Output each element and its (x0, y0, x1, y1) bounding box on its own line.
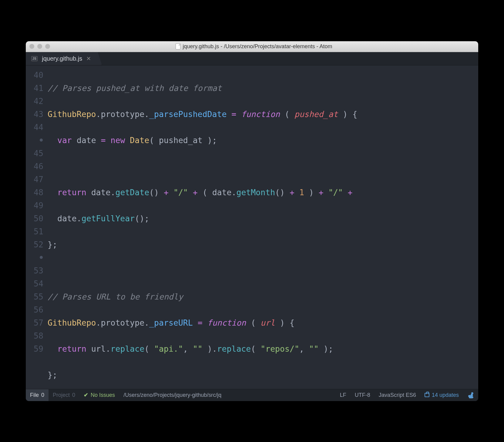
status-line-ending[interactable]: LF (336, 389, 351, 401)
line-number[interactable]: 58 (26, 329, 43, 342)
squirrel-icon[interactable] (463, 389, 478, 401)
titlebar[interactable]: jquery.github.js - /Users/zeno/Projects/… (26, 41, 478, 52)
window-title: jquery.github.js - /Users/zeno/Projects/… (53, 43, 455, 50)
line-number[interactable]: 49 (26, 199, 43, 212)
line-number[interactable]: 40 (26, 69, 43, 82)
comment: // Parses pushed_at with date format (48, 83, 222, 93)
line-number[interactable]: 45 (26, 147, 43, 160)
line-number[interactable]: 50 (26, 212, 43, 225)
line-number-gutter[interactable]: 40 41 42 43 44 45 46 47 48 49 50 51 52 5… (26, 69, 48, 389)
line-number[interactable]: 53 (26, 264, 43, 277)
line-number[interactable]: 44 (26, 121, 43, 134)
line-number[interactable]: 57 (26, 316, 43, 329)
line-number[interactable]: 48 (26, 186, 43, 199)
status-file-count[interactable]: File 0 (26, 389, 49, 401)
line-number[interactable]: 47 (26, 173, 43, 186)
line-number[interactable]: 56 (26, 303, 43, 316)
package-icon (425, 393, 429, 397)
editor-area[interactable]: 40 41 42 43 44 45 46 47 48 49 50 51 52 5… (26, 65, 478, 389)
maximize-window-button[interactable] (45, 44, 50, 49)
line-number[interactable]: 55 (26, 290, 43, 303)
line-number[interactable]: 59 (26, 342, 43, 355)
traffic-lights (29, 44, 50, 49)
status-bar: File 0 Project 0 ✔ No Issues /Users/zeno… (26, 389, 478, 401)
line-number[interactable]: 41 (26, 82, 43, 95)
status-file-path[interactable]: /Users/zeno/Projects/jquery-github/src/j… (119, 389, 226, 401)
minimize-window-button[interactable] (37, 44, 42, 49)
soft-wrap-indicator (26, 134, 43, 147)
editor-window: jquery.github.js - /Users/zeno/Projects/… (26, 41, 478, 401)
tab-jquery-github[interactable]: JS jquery.github.js × (26, 52, 102, 65)
line-number[interactable]: 52 (26, 238, 43, 251)
code-content[interactable]: // Parses pushed_at with date format Git… (48, 69, 478, 389)
tab-filename: jquery.github.js (42, 55, 82, 62)
fold-indicator[interactable] (26, 251, 43, 264)
line-number[interactable]: 42 (26, 95, 43, 108)
close-window-button[interactable] (29, 44, 34, 49)
status-grammar[interactable]: JavaScript ES6 (375, 389, 420, 401)
tab-bar[interactable]: JS jquery.github.js × (26, 52, 478, 65)
window-title-text: jquery.github.js - /Users/zeno/Projects/… (183, 43, 332, 50)
status-linter[interactable]: ✔ No Issues (79, 389, 119, 401)
js-file-icon: JS (31, 56, 38, 61)
status-project-count[interactable]: Project 0 (49, 389, 79, 401)
status-updates[interactable]: 14 updates (420, 389, 463, 401)
line-number[interactable]: 46 (26, 160, 43, 173)
line-number[interactable]: 54 (26, 277, 43, 290)
comment: // Parses URL to be friendly (48, 292, 183, 301)
close-tab-icon[interactable]: × (86, 54, 91, 63)
line-number[interactable]: 51 (26, 225, 43, 238)
file-icon (176, 43, 180, 49)
status-encoding[interactable]: UTF-8 (351, 389, 375, 401)
check-icon: ✔ (84, 392, 88, 398)
line-number[interactable]: 43 (26, 108, 43, 121)
